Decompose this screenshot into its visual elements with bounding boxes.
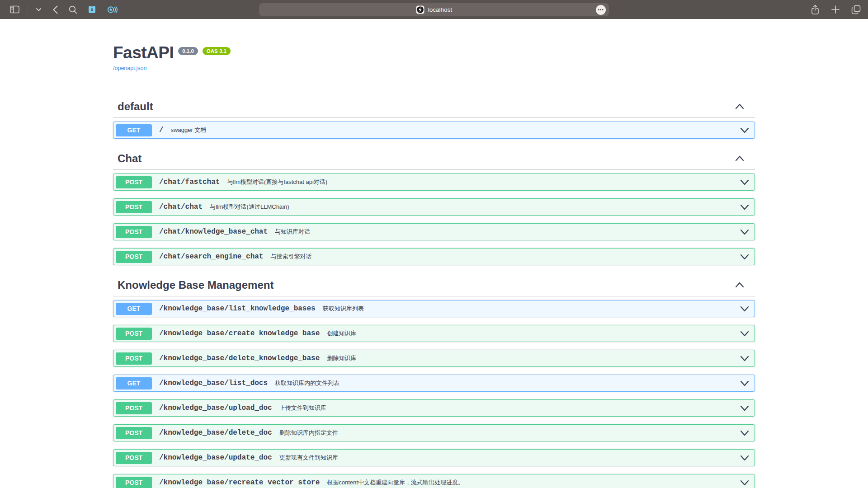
- address-bar[interactable]: localhost •••: [259, 3, 609, 16]
- search-icon: [69, 5, 77, 14]
- sidebar-dropdown-button[interactable]: [35, 7, 42, 12]
- method-badge: POST: [116, 226, 152, 238]
- extension-broadcast-button[interactable]: [106, 4, 118, 15]
- endpoint-path: /: [159, 126, 164, 134]
- collapse-section-icon[interactable]: [735, 281, 744, 289]
- endpoint-description: 与知识库对话: [275, 228, 310, 236]
- endpoint-description: 创建知识库: [327, 329, 356, 338]
- method-badge: POST: [116, 352, 152, 365]
- api-sections: default GET / swagger 文档 Chat POST /chat…: [113, 94, 755, 488]
- version-badge: 0.1.0: [178, 47, 198, 55]
- endpoint-path: /chat/knowledge_base_chat: [159, 228, 268, 236]
- expand-endpoint-icon[interactable]: [739, 252, 750, 262]
- endpoint-row[interactable]: POST /knowledge_base/recreate_vector_sto…: [113, 474, 755, 488]
- collapse-section-icon[interactable]: [735, 103, 744, 110]
- section-title: Knowledge Base Management: [118, 278, 274, 291]
- endpoint-row[interactable]: GET /knowledge_base/list_knowledge_bases…: [113, 300, 755, 317]
- method-badge: GET: [116, 124, 152, 136]
- endpoint-row[interactable]: POST /chat/search_engine_chat 与搜索引擎对话: [113, 248, 755, 265]
- bookmark-download-icon: [87, 5, 97, 14]
- expand-endpoint-icon[interactable]: [739, 202, 750, 212]
- toolbar-divider: [28, 5, 28, 14]
- endpoint-description: 更新现有文件到知识库: [279, 454, 338, 462]
- endpoint-row[interactable]: POST /chat/chat 与llm模型对话(通过LLMChain): [113, 198, 755, 216]
- new-tab-button[interactable]: [830, 5, 840, 14]
- endpoint-row[interactable]: GET / swagger 文档: [113, 122, 755, 139]
- endpoint-row[interactable]: POST /knowledge_base/delete_knowledge_ba…: [113, 350, 755, 367]
- tab-overview-button[interactable]: [850, 4, 862, 15]
- endpoint-description: 删除知识库内指定文件: [279, 429, 338, 437]
- section-header[interactable]: Knowledge Base Management: [113, 273, 755, 296]
- expand-endpoint-icon[interactable]: [739, 404, 750, 413]
- browser-toolbar: localhost •••: [0, 0, 868, 19]
- endpoint-path: /knowledge_base/recreate_vector_store: [159, 479, 320, 487]
- api-section: Knowledge Base Management GET /knowledge…: [113, 273, 755, 488]
- back-button[interactable]: [52, 5, 59, 15]
- endpoint-row[interactable]: GET /knowledge_base/list_docs 获取知识库内的文件列…: [113, 375, 755, 392]
- endpoint-list: GET / swagger 文档: [113, 122, 755, 146]
- swagger-page: FastAPI 0.1.0 OAS 3.1 /openapi.json defa…: [0, 19, 868, 488]
- endpoint-row[interactable]: POST /chat/fastchat 与llm模型对话(直接与fastchat…: [113, 174, 755, 191]
- endpoint-row[interactable]: POST /knowledge_base/create_knowledge_ba…: [113, 325, 755, 342]
- expand-endpoint-icon[interactable]: [739, 178, 750, 187]
- endpoint-row[interactable]: POST /chat/knowledge_base_chat 与知识库对话: [113, 223, 755, 240]
- plus-icon: [831, 5, 840, 14]
- endpoint-row[interactable]: POST /knowledge_base/upload_doc 上传文件到知识库: [113, 399, 755, 417]
- extension-save-button[interactable]: [86, 4, 98, 15]
- expand-endpoint-icon[interactable]: [739, 379, 750, 388]
- expand-endpoint-icon[interactable]: [739, 354, 750, 363]
- section-header[interactable]: default: [113, 94, 755, 118]
- method-badge: POST: [116, 176, 152, 188]
- expand-endpoint-icon[interactable]: [739, 126, 750, 135]
- endpoint-row[interactable]: POST /knowledge_base/update_doc 更新现有文件到知…: [113, 449, 755, 466]
- search-button[interactable]: [68, 5, 78, 15]
- page-settings-button[interactable]: •••: [596, 5, 606, 15]
- expand-endpoint-icon[interactable]: [739, 428, 750, 438]
- expand-endpoint-icon[interactable]: [739, 304, 750, 314]
- method-badge: POST: [116, 201, 152, 213]
- section-title: default: [118, 100, 153, 113]
- sidebar-icon: [10, 5, 19, 14]
- method-badge: POST: [116, 477, 152, 488]
- endpoint-row[interactable]: POST /knowledge_base/delete_doc 删除知识库内指定…: [113, 424, 755, 441]
- expand-endpoint-icon[interactable]: [739, 478, 750, 488]
- method-badge: POST: [116, 328, 152, 340]
- method-badge: POST: [116, 427, 152, 439]
- endpoint-path: /knowledge_base/list_knowledge_bases: [159, 305, 316, 313]
- endpoint-description: 与llm模型对话(通过LLMChain): [210, 203, 289, 211]
- openapi-spec-link[interactable]: /openapi.json: [113, 65, 146, 71]
- endpoint-list: GET /knowledge_base/list_knowledge_bases…: [113, 300, 755, 488]
- endpoint-path: /knowledge_base/delete_doc: [159, 429, 272, 437]
- endpoint-description: 与llm模型对话(直接与fastchat api对话): [227, 178, 327, 186]
- api-section: Chat POST /chat/fastchat 与llm模型对话(直接与fas…: [113, 146, 755, 273]
- endpoint-description: 获取知识库内的文件列表: [275, 379, 340, 387]
- method-badge: GET: [116, 377, 152, 389]
- tabs-icon: [851, 5, 861, 14]
- site-favicon-fastapi: [416, 5, 425, 14]
- endpoint-description: 获取知识库列表: [323, 305, 364, 313]
- url-text: localhost: [428, 6, 452, 13]
- endpoint-description: 删除知识库: [327, 354, 356, 362]
- page-title: FastAPI: [113, 43, 174, 62]
- chevron-down-icon: [36, 8, 41, 11]
- endpoint-description: swagger 文档: [171, 126, 207, 134]
- endpoint-path: /knowledge_base/upload_doc: [159, 404, 272, 412]
- oas-badge: OAS 3.1: [203, 47, 231, 55]
- sidebar-toggle-button[interactable]: [9, 5, 20, 14]
- expand-endpoint-icon[interactable]: [739, 227, 750, 237]
- api-info-header: FastAPI 0.1.0 OAS 3.1: [113, 43, 755, 62]
- expand-endpoint-icon[interactable]: [739, 453, 750, 463]
- endpoint-description: 根据content中文档重建向量库，流式输出处理进度。: [327, 479, 464, 487]
- endpoint-description: 上传文件到知识库: [279, 404, 326, 412]
- share-button[interactable]: [810, 4, 821, 16]
- collapse-section-icon[interactable]: [735, 155, 744, 162]
- endpoint-path: /knowledge_base/list_docs: [159, 379, 268, 387]
- broadcast-star-icon: [107, 5, 118, 14]
- method-badge: POST: [116, 452, 152, 464]
- method-badge: GET: [116, 303, 152, 315]
- expand-endpoint-icon[interactable]: [739, 329, 750, 338]
- endpoint-path: /knowledge_base/create_knowledge_base: [159, 329, 320, 338]
- endpoint-path: /knowledge_base/delete_knowledge_base: [159, 354, 320, 362]
- section-title: Chat: [118, 152, 142, 165]
- section-header[interactable]: Chat: [113, 146, 755, 170]
